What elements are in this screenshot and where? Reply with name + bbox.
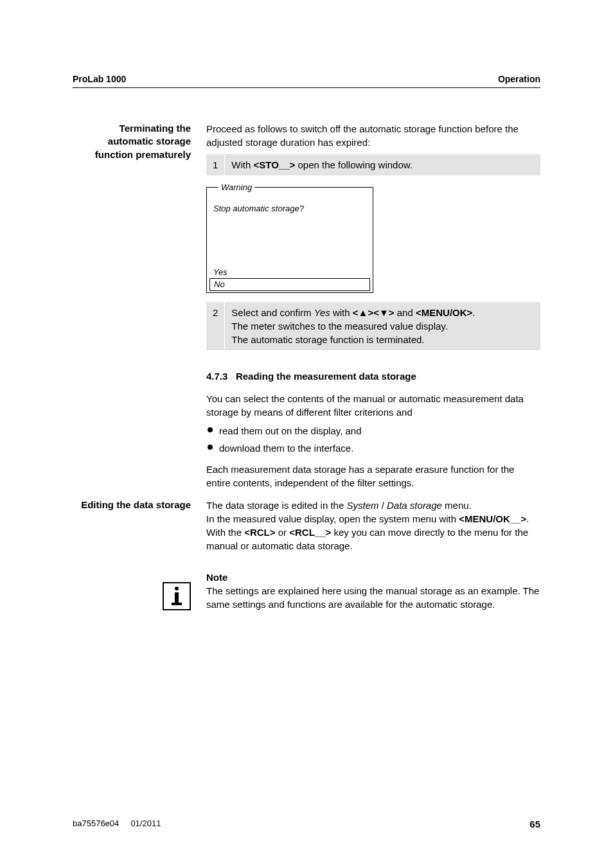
- bullet-2: download them to the interface.: [206, 441, 540, 455]
- device-dialog: Warning Stop automatic storage? Yes No: [206, 187, 373, 293]
- device-yes: Yes: [213, 267, 227, 278]
- sec-num: 4.7.3: [206, 371, 227, 382]
- s2-line3: The automatic storage function is termin…: [231, 334, 424, 345]
- note-text: The settings are explained here using th…: [206, 584, 540, 611]
- sec2-bullets: read them out on the display, and downlo…: [206, 424, 540, 455]
- s3-k1: <MENU/OK__>: [459, 513, 526, 524]
- content: Terminating the automatic storage functi…: [73, 122, 540, 613]
- device-msg: Stop automatic storage?: [213, 200, 366, 215]
- step1-a: With: [231, 159, 253, 170]
- s2-and: and: [395, 307, 416, 318]
- s2-k3: <MENU/OK>: [416, 307, 472, 318]
- page-header: ProLab 1000 Operation: [73, 74, 540, 84]
- note-head: Note: [206, 571, 540, 584]
- s2-k2a: <: [373, 307, 379, 318]
- footer-doc: ba75576e04: [73, 819, 119, 828]
- sidehead-editing: Editing the data storage: [73, 499, 206, 553]
- note-icon-col: [73, 571, 206, 613]
- s2-k1a: <: [353, 307, 359, 318]
- device-no: No: [209, 278, 370, 291]
- intro-text: Proceed as follows to switch off the aut…: [206, 122, 540, 149]
- sec2-p1: You can select the contents of the manua…: [206, 392, 540, 419]
- header-rule: [73, 87, 540, 88]
- bullet-1: read them out on the display, and: [206, 424, 540, 438]
- info-icon: [163, 582, 191, 610]
- section-4-7-3-head: 4.7.3 Reading the measurement data stora…: [206, 369, 540, 383]
- step-2-num: 2: [206, 302, 225, 350]
- triangle-up-icon: [359, 307, 368, 318]
- bodycol-editing: The data storage is edited in the System…: [206, 499, 540, 553]
- info-icon-dot: [175, 587, 179, 590]
- footer-date: 01/2011: [130, 819, 161, 828]
- page-number: 65: [529, 819, 540, 829]
- page-footer: ba75576e04 01/2011 65: [73, 819, 540, 829]
- s3-k2: <RCL>: [244, 527, 275, 538]
- s2-k1b: >: [368, 307, 373, 318]
- s3-i2: Data storage: [387, 500, 442, 511]
- triangle-down-icon: [379, 307, 389, 318]
- footer-left: ba75576e04 01/2011: [73, 819, 161, 829]
- header-right: Operation: [498, 74, 540, 84]
- s3-d: or: [276, 527, 290, 538]
- s3-k3: <RCL__>: [289, 527, 331, 538]
- step1-b: open the following window.: [295, 159, 413, 170]
- s2-k2b: >: [389, 307, 395, 318]
- device-frame: Warning Stop automatic storage? Yes No: [206, 187, 373, 293]
- step-1-num: 1: [206, 154, 225, 175]
- step1-key: <STO__>: [254, 159, 296, 170]
- sidehead-terminating: Terminating the automatic storage functi…: [73, 122, 206, 490]
- step-1-text: With <STO__> open the following window.: [225, 154, 540, 175]
- s3-slash: /: [379, 500, 387, 511]
- sec-title: Reading the measurement data storage: [236, 371, 416, 382]
- note-body: Note The settings are explained here usi…: [206, 571, 540, 613]
- s2-b: with: [330, 307, 353, 318]
- step-2-row: 2 Select and confirm Yes with <><> and <…: [206, 302, 540, 350]
- info-icon-foot: [172, 603, 182, 605]
- s3-a: The data storage is edited in the: [206, 500, 346, 511]
- step-1-table: 1 With <STO__> open the following window…: [206, 154, 540, 175]
- header-left: ProLab 1000: [73, 74, 126, 84]
- device-title: Warning: [218, 182, 254, 193]
- section-terminating: Terminating the automatic storage functi…: [73, 122, 540, 490]
- step-2-table: 2 Select and confirm Yes with <><> and <…: [206, 302, 540, 350]
- s2-line2: The meter switches to the measured value…: [231, 321, 448, 332]
- s2-a: Select and confirm: [231, 307, 314, 318]
- s3-i1: System: [346, 500, 378, 511]
- bodycol-terminating: Proceed as follows to switch off the aut…: [206, 122, 540, 490]
- note-block: Note The settings are explained here usi…: [73, 571, 540, 613]
- sec2-p2: Each measurement data storage has a sepa…: [206, 463, 540, 490]
- s2-yes: Yes: [314, 307, 330, 318]
- step-2-text: Select and confirm Yes with <><> and <ME…: [225, 302, 540, 350]
- section-editing: Editing the data storage The data storag…: [73, 499, 540, 553]
- step-1-row: 1 With <STO__> open the following window…: [206, 154, 540, 175]
